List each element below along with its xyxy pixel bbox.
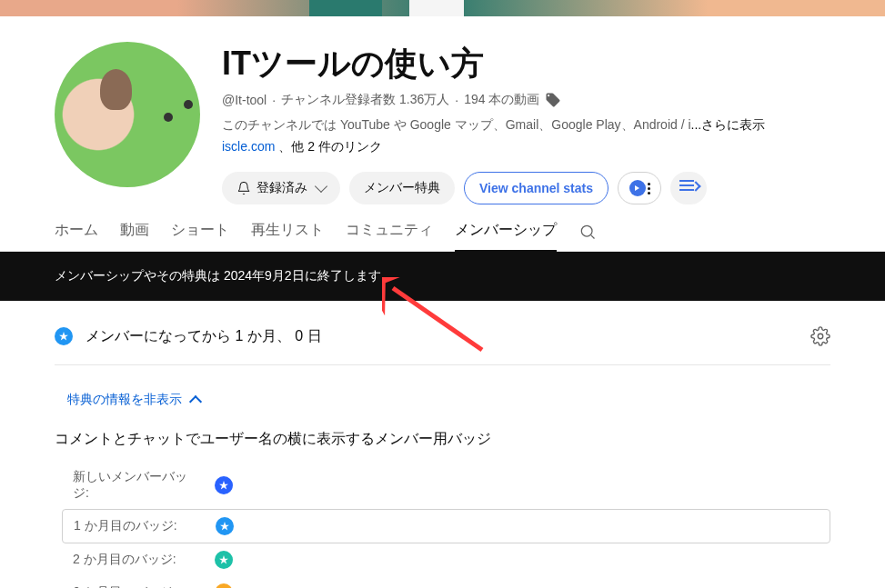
view-stats-button[interactable]: View channel stats (464, 172, 608, 204)
channel-handle[interactable]: @It-tool (222, 93, 267, 107)
subscribed-button[interactable]: 登録済み (222, 172, 340, 204)
badge-label: 2 か月目のバッジ: (73, 552, 200, 568)
video-count: 194 本の動画 (464, 92, 539, 108)
star-badge-icon (215, 551, 233, 569)
search-icon[interactable] (578, 223, 597, 241)
avatar[interactable] (55, 42, 200, 187)
playlist-add-button[interactable] (670, 172, 707, 204)
kebab-icon (648, 187, 650, 190)
tag-icon (545, 92, 561, 108)
channel-description: このチャンネルでは YouTube や Google マップ、Gmail、Goo… (222, 117, 691, 134)
star-badge-icon (215, 476, 233, 494)
star-badge-icon (216, 517, 234, 535)
membership-status-row: メンバーになってから 1 か月、 0 日 (55, 301, 830, 365)
hide-perks-toggle[interactable]: 特典の情報を非表示 (67, 392, 200, 408)
gear-icon[interactable] (810, 326, 830, 346)
membership-end-notice: メンバーシップやその特典は 2024年9月2日に終了します。 (0, 252, 885, 301)
svg-point-3 (818, 334, 823, 339)
svg-line-1 (591, 234, 595, 238)
tab-home[interactable]: ホーム (55, 221, 98, 251)
svg-point-0 (581, 225, 592, 236)
tab-videos[interactable]: 動画 (120, 221, 149, 251)
chevron-up-icon (189, 395, 202, 408)
channel-name: ITツールの使い方 (222, 42, 830, 86)
badge-label: 新しいメンバーバッジ: (73, 469, 200, 502)
external-link[interactable]: iscle.com (222, 139, 275, 154)
badge-section-title: コメントとチャットでユーザー名の横に表示するメンバー用バッジ (55, 430, 830, 449)
extension-button[interactable] (618, 172, 661, 204)
channel-banner (0, 0, 885, 16)
channel-header: ITツールの使い方 @It-tool · チャンネル登録者数 1.36万人 · … (0, 16, 885, 204)
badge-label: 1 か月目のバッジ: (74, 518, 201, 534)
badge-row[interactable]: 新しいメンバーバッジ: (62, 462, 830, 509)
badge-row[interactable]: 6 か月目のバッジ: (62, 576, 830, 588)
star-badge-icon (215, 583, 233, 588)
member-badge-icon (55, 327, 73, 345)
show-more-link[interactable]: ...さらに表示 (691, 117, 766, 134)
tab-shorts[interactable]: ショート (171, 221, 229, 251)
badge-row[interactable]: 2 か月目のバッジ: (62, 543, 830, 576)
other-links[interactable]: 、他 2 件のリンク (278, 139, 382, 154)
bell-icon (236, 181, 251, 195)
subscriber-count: チャンネル登録者数 1.36万人 (281, 92, 449, 108)
membership-duration: メンバーになってから 1 か月、 0 日 (85, 327, 322, 346)
tab-membership[interactable]: メンバーシップ (455, 221, 557, 251)
member-perks-button[interactable]: メンバー特典 (349, 172, 455, 204)
badge-row[interactable]: 1 か月目のバッジ: (62, 509, 830, 543)
tab-playlists[interactable]: 再生リスト (251, 221, 324, 251)
badge-label: 6 か月目のバッジ: (73, 584, 200, 588)
playlist-icon (679, 180, 698, 196)
channel-tabs: ホーム 動画 ショート 再生リスト コミュニティ メンバーシップ (0, 204, 885, 252)
play-dot-icon (629, 180, 646, 196)
chevron-down-icon (315, 180, 327, 193)
tab-community[interactable]: コミュニティ (346, 221, 433, 251)
